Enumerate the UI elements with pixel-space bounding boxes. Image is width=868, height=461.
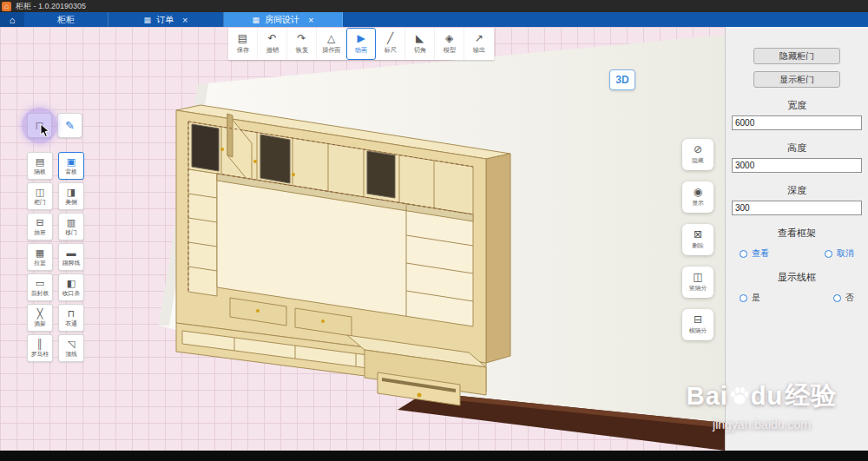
close-tab-icon[interactable]: × [308, 15, 313, 25]
clothes-rail-icon: ⊓ [68, 308, 76, 319]
eye-slash-icon: ⊘ [694, 144, 702, 155]
height-label: 高度 [726, 142, 868, 155]
pencil-icon: ✎ [65, 119, 75, 132]
float-tool-label: 竖隔分 [689, 284, 707, 292]
toolbar-model-button[interactable]: ◈ 模型 [435, 28, 464, 60]
radio-label: 查看 [752, 247, 769, 260]
window-title: 柜柜 - 1.0.20190305 [16, 1, 86, 12]
tool-label: 移门 [65, 227, 77, 235]
cabinet-model[interactable] [176, 105, 510, 405]
show-doors-button[interactable]: 显示柜门 [753, 71, 840, 88]
model-icon: ◈ [445, 33, 453, 44]
radio-label: 是 [752, 292, 760, 304]
app-logo-icon: ⌂ [2, 2, 11, 11]
tool-front-panel-button[interactable]: ▭ 前封板 [27, 273, 53, 301]
wireframe-options: 是 否 [726, 292, 868, 304]
tool-shelf-button[interactable]: ▤ 隔板 [27, 152, 53, 180]
redo-icon: ↷ [297, 33, 306, 44]
delete-button[interactable]: ⊠ 删除 [682, 224, 713, 255]
tool-label: 罗马柱 [31, 349, 49, 357]
side-panel-icon: ◨ [67, 187, 76, 197]
eye-icon: ◉ [694, 187, 702, 198]
titlebar: ⌂ 柜柜 - 1.0.20190305 [0, 0, 868, 12]
toolbar-button-label: 输出 [473, 46, 485, 55]
design-viewport[interactable]: ▤ 保存 ↶ 撤销 ↷ 恢复 △ 操作面 ▶ 动画 ╱ 标尺 [0, 27, 725, 451]
tool-label: 收口条 [62, 288, 80, 296]
tool-roman-column-button[interactable]: ║ 罗马柱 [27, 334, 53, 362]
skirting-icon: ▬ [67, 247, 76, 258]
toolbar-button-label: 操作面 [322, 46, 341, 55]
toolbar-ruler-button[interactable]: ╱ 标尺 [376, 28, 405, 60]
show-button[interactable]: ◉ 显示 [682, 181, 713, 213]
tab-room-design[interactable]: ▦ 房间设计 × [224, 12, 343, 27]
radio-label: 取消 [837, 247, 854, 260]
toolbar-cut-corner-button[interactable]: ◣ 切角 [405, 28, 435, 60]
hide-button[interactable]: ⊘ 隐藏 [682, 139, 713, 170]
tool-cabinet-door-button[interactable]: ◫ 柜门 [27, 182, 53, 210]
tool-clothes-rail-button[interactable]: ⊓ 衣通 [58, 304, 84, 332]
view-mode-3d-badge[interactable]: 3D [609, 69, 635, 90]
tool-label: 抽屉 [34, 227, 46, 235]
float-tool-label: 删除 [692, 241, 704, 249]
radio-circle-icon [740, 250, 747, 258]
radio-circle-icon [740, 294, 747, 302]
tool-sliding-door-button[interactable]: ▥ 移门 [58, 213, 84, 240]
toolbar-operate-plane-button[interactable]: △ 操作面 [317, 28, 346, 60]
float-tool-label: 隐藏 [692, 156, 704, 164]
horizontal-split-icon: ⊟ [694, 314, 702, 326]
vertical-divide-button[interactable]: ◫ 竖隔分 [682, 267, 713, 298]
tool-trim-strip-button[interactable]: ◧ 收口条 [58, 273, 84, 301]
view-frame-view-radio[interactable]: 查看 [740, 247, 769, 260]
tool-back-panel-button[interactable]: ▣ 背板 [58, 152, 84, 180]
main-toolbar: ▤ 保存 ↶ 撤销 ↷ 恢复 △ 操作面 ▶ 动画 ╱ 标尺 [228, 28, 494, 60]
roman-column-icon: ║ [36, 339, 43, 349]
scene-3d[interactable] [0, 27, 725, 451]
toolbar-button-label: 撤销 [266, 46, 278, 55]
tool-wine-rack-button[interactable]: ╳ 酒架 [27, 304, 53, 332]
toolbar-button-label: 保存 [236, 46, 248, 55]
draw-tool-button[interactable]: ✎ [57, 113, 82, 138]
tool-label: 隔板 [34, 167, 46, 175]
radio-label: 否 [845, 292, 854, 304]
radio-circle-icon [833, 294, 841, 302]
tool-skirting-button[interactable]: ▬ 踢脚线 [58, 243, 84, 271]
close-tab-icon[interactable]: × [182, 15, 187, 25]
toolbar-redo-button[interactable]: ↷ 恢复 [287, 28, 317, 60]
width-label: 宽度 [726, 99, 868, 112]
view-frame-cancel-radio[interactable]: 取消 [825, 247, 854, 260]
wireframe-yes-radio[interactable]: 是 [740, 292, 760, 304]
ruler-icon: ╱ [387, 33, 393, 44]
view-frame-options: 查看 取消 [726, 247, 868, 260]
home-tab-button[interactable]: ⌂ [0, 12, 24, 27]
grid-icon: ▦ [253, 16, 260, 24]
tool-label: 拉篮 [34, 258, 46, 266]
tool-label: 衣通 [65, 319, 77, 326]
tool-top-line-button[interactable]: ◹ 顶线 [58, 334, 84, 362]
back-panel-icon: ▣ [67, 156, 76, 167]
depth-input[interactable] [732, 201, 862, 215]
grid-icon: ▦ [144, 16, 152, 24]
tab-orders[interactable]: ▦ 订单 × [108, 12, 224, 27]
wireframe-no-radio[interactable]: 否 [833, 292, 854, 304]
tool-basket-button[interactable]: ▦ 拉篮 [27, 243, 53, 271]
tool-side-panel-button[interactable]: ◨ 美侧 [58, 182, 84, 210]
width-input[interactable] [732, 115, 862, 130]
tab-label: 订单 [156, 14, 174, 26]
toolbar-save-button[interactable]: ▤ 保存 [228, 28, 258, 60]
hide-doors-button[interactable]: 隐藏柜门 [753, 48, 840, 64]
vertical-split-icon: ◫ [693, 272, 702, 283]
animation-icon: ▶ [357, 33, 365, 44]
tab-guigui[interactable]: 柜柜 [24, 12, 108, 27]
front-panel-icon: ▭ [36, 278, 44, 288]
app-window: ⌂ 柜柜 - 1.0.20190305 ⌂ 柜柜 ▦ 订单 × ▦ 房间设计 × [0, 0, 868, 461]
toolbar-animation-button[interactable]: ▶ 动画 [346, 28, 376, 60]
toolbar-undo-button[interactable]: ↶ 撤销 [258, 28, 287, 60]
shelf-icon: ▤ [36, 156, 44, 167]
horizontal-divide-button[interactable]: ⊟ 横隔分 [682, 309, 713, 340]
tool-drawer-button[interactable]: ⊟ 抽屉 [27, 213, 53, 240]
toolbar-button-label: 标尺 [384, 46, 396, 55]
toolbar-export-button[interactable]: ↗ 输出 [464, 28, 494, 60]
float-tool-label: 横隔分 [689, 326, 707, 334]
height-input[interactable] [732, 158, 862, 173]
plane-icon: △ [327, 33, 335, 44]
